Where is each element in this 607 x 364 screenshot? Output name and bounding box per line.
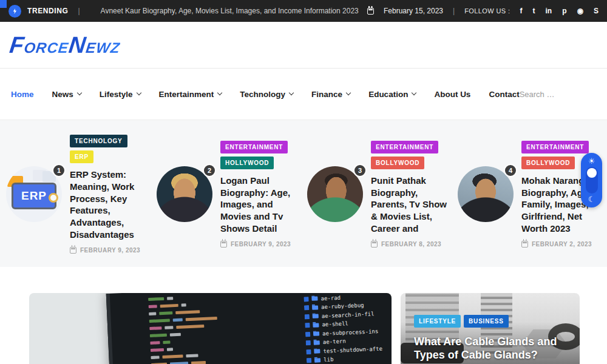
topbar-separator: | — [78, 7, 80, 15]
erp-lens-art — [49, 193, 58, 203]
nav-item-education[interactable]: Education — [368, 90, 416, 99]
calendar-icon — [70, 247, 76, 254]
masthead: ForceNewz — [0, 22, 607, 69]
nav-item-news[interactable]: News — [52, 90, 81, 99]
chevron-down-icon — [412, 90, 416, 95]
search — [520, 90, 607, 99]
nav-label: Education — [368, 90, 408, 99]
chevron-down-icon — [289, 90, 294, 95]
chevron-down-icon — [346, 90, 351, 95]
social-icons: f t in p ◉ S — [520, 7, 599, 15]
chevron-down-icon — [77, 90, 82, 95]
nav-label: News — [52, 90, 73, 99]
monitor-screen-art: ae-output ae-rad ae-ruby-debug ae-search… — [106, 293, 392, 364]
trending-card-4: 4 ENTERTAINMENT BOLLYWOOD Mohak Narang B… — [458, 135, 600, 254]
topbar-date: February 15, 2023 — [384, 7, 443, 15]
category-badge-entertainment[interactable]: ENTERTAINMENT — [371, 141, 438, 153]
trending-card-3: 3 ENTERTAINMENT BOLLYWOOD Punit Pathak B… — [307, 135, 449, 254]
post-title[interactable]: ERP System: Meaning, Work Process, Key F… — [70, 169, 148, 241]
calendar-icon — [371, 241, 378, 248]
rank-badge: 1 — [52, 164, 66, 177]
category-badge-hollywood[interactable]: HOLLYWOOD — [220, 157, 274, 169]
post-date: FEBRUARY 8, 2023 — [381, 241, 441, 248]
trending-label: TRENDING — [27, 7, 68, 15]
trending-bolt-icon — [8, 5, 21, 18]
rank-badge: 3 — [353, 164, 367, 177]
trending-card-2: 2 ENTERTAINMENT HOLLYWOOD Logan Paul Bio… — [157, 135, 299, 254]
chevron-down-icon — [136, 90, 141, 95]
corner-accent — [0, 0, 7, 8]
logo-text-force: Force — [8, 32, 70, 58]
pinterest-icon[interactable]: p — [562, 7, 566, 15]
code-lines-art — [148, 293, 287, 364]
rank-badge: 4 — [504, 164, 517, 177]
nav-item-contact[interactable]: Contact — [489, 90, 519, 99]
nav-label: Lifestyle — [100, 90, 133, 99]
post-date: FEBRUARY 2, 2023 — [532, 241, 592, 248]
trending-posts-strip: ERP 1 TECHNOLOGY ERP ERP System: Meaning… — [0, 120, 607, 267]
rank-badge: 2 — [203, 164, 216, 177]
post-title[interactable]: Logan Paul Biography: Age, Images, and M… — [220, 175, 299, 235]
post-date: FEBRUARY 9, 2023 — [80, 247, 140, 254]
moon-icon: ☾ — [588, 195, 595, 203]
nav-item-lifestyle[interactable]: Lifestyle — [100, 90, 141, 99]
chevron-down-icon — [217, 90, 222, 95]
post-title[interactable]: What Are Cable Glands and Types of Cable… — [414, 335, 566, 362]
linkedin-icon[interactable]: in — [545, 7, 552, 15]
category-badge-bollywood[interactable]: BOLLYWOOD — [371, 157, 424, 169]
search-input[interactable] — [520, 90, 607, 99]
featured-section: ae-output ae-rad ae-ruby-debug ae-search… — [0, 267, 607, 364]
category-badge-erp[interactable]: ERP — [70, 150, 93, 163]
nav-item-about-us[interactable]: About Us — [434, 90, 470, 99]
toggle-track[interactable] — [586, 167, 598, 194]
category-badge-entertainment[interactable]: ENTERTAINMENT — [220, 141, 288, 153]
dark-mode-toggle[interactable]: ☀ ☾ — [581, 153, 602, 207]
sun-icon: ☀ — [588, 157, 595, 165]
topbar-separator-2: | — [453, 7, 455, 15]
featured-post-cable-glands[interactable]: LIFESTYLE BUSINESS What Are Cable Glands… — [401, 293, 580, 364]
featured-image-code-monitor[interactable]: ae-output ae-rad ae-ruby-debug ae-search… — [29, 293, 392, 364]
category-badge-entertainment[interactable]: ENTERTAINMENT — [521, 141, 589, 153]
file-tree-art: ae-output ae-rad ae-ruby-debug ae-search… — [304, 293, 392, 364]
calendar-icon — [521, 241, 528, 248]
toggle-knob[interactable] — [587, 168, 597, 178]
nav-label: Technology — [240, 90, 285, 99]
nav-item-technology[interactable]: Technology — [240, 90, 293, 99]
category-badge-business[interactable]: BUSINESS — [464, 315, 509, 328]
nav-label: Finance — [311, 90, 342, 99]
instagram-icon[interactable]: ◉ — [577, 7, 583, 15]
trending-card-1: ERP 1 TECHNOLOGY ERP ERP System: Meaning… — [6, 135, 148, 254]
calendar-icon — [220, 241, 227, 248]
nav-label: Contact — [489, 90, 519, 99]
nav-item-finance[interactable]: Finance — [311, 90, 350, 99]
nav-label: About Us — [434, 90, 470, 99]
category-badge-lifestyle[interactable]: LIFESTYLE — [414, 315, 461, 328]
nav-label: Entertainment — [159, 90, 214, 99]
calendar-icon — [367, 8, 374, 15]
nav-item-home[interactable]: Home — [11, 90, 34, 99]
skype-icon[interactable]: S — [594, 7, 599, 15]
trending-ticker-link[interactable]: Avneet Kaur Biography, Age, Movies List,… — [101, 7, 359, 15]
nav-label: Home — [11, 90, 34, 99]
post-date: FEBRUARY 9, 2023 — [231, 241, 291, 248]
category-badge-technology[interactable]: TECHNOLOGY — [70, 135, 127, 147]
site-logo[interactable]: ForceNewz — [8, 32, 122, 58]
topbar: TRENDING | Avneet Kaur Biography, Age, M… — [0, 0, 607, 22]
main-navigation: Home News Lifestyle Entertainment Techno… — [0, 69, 607, 120]
logo-text-newz: Newz — [67, 32, 122, 58]
facebook-icon[interactable]: f — [520, 7, 522, 15]
category-badge-bollywood[interactable]: BOLLYWOOD — [521, 157, 575, 169]
nav-item-entertainment[interactable]: Entertainment — [159, 90, 222, 99]
follow-us-label: FOLLOW US : — [464, 7, 510, 15]
post-title[interactable]: Punit Pathak Biography, Parents, Tv Show… — [371, 175, 449, 235]
twitter-icon[interactable]: t — [532, 7, 535, 15]
